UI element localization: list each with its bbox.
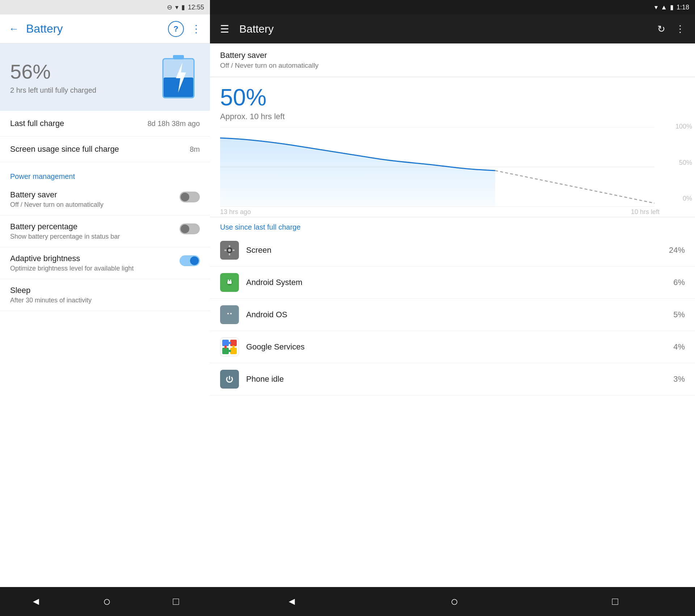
android-system-pct: 6% (673, 278, 685, 287)
adaptive-brightness-item[interactable]: Adaptive brightness Optimize brightness … (0, 247, 210, 279)
nav-bar-left: ◄ ○ □ (0, 587, 210, 616)
battery-chart: 100% 50% 0% (210, 123, 695, 217)
charge-text: 2 hrs left until fully charged (10, 86, 96, 95)
settings-list: Last full charge 8d 18h 38m ago Screen u… (0, 111, 210, 587)
recents-nav-right[interactable]: □ (602, 591, 628, 612)
sleep-item[interactable]: Sleep After 30 minutes of inactivity (0, 279, 210, 311)
last-full-charge-item: Last full charge 8d 18h 38m ago (0, 111, 210, 137)
svg-rect-39 (232, 345, 235, 348)
page-title-right: Battery (239, 23, 650, 35)
toolbar-left: ← Battery ? ⋮ (0, 14, 210, 43)
more-button-right[interactable]: ⋮ (673, 21, 688, 38)
menu-button[interactable]: ☰ (217, 20, 232, 38)
svg-rect-33 (230, 340, 237, 346)
battery-percentage-knob (181, 225, 189, 233)
app-usage-screen[interactable]: Screen 24% (210, 234, 695, 267)
google-pct: 4% (673, 342, 685, 352)
svg-point-25 (230, 313, 232, 314)
battery-saver-desc: Off / Never turn on automatically (10, 201, 104, 209)
svg-rect-28 (227, 317, 228, 319)
svg-rect-37 (228, 350, 231, 352)
battery-approx: Approx. 10 hrs left (220, 112, 685, 121)
wifi-icon-right: ▾ (654, 3, 658, 11)
battery-percentage-left: 56% (10, 60, 96, 83)
left-panel: ⊖ ▾ ▮ 12:55 ← Battery ? ⋮ 56% 2 hrs left… (0, 0, 210, 616)
right-panel: ▾ ▲ ▮ 1:18 ☰ Battery ↻ ⋮ Battery saver O… (210, 0, 695, 616)
adaptive-brightness-name: Adaptive brightness (10, 254, 134, 263)
battery-percentage-display: 50% Approx. 10 hrs left (210, 77, 695, 123)
battery-saver-toggle[interactable] (180, 192, 200, 202)
power-management-title: Power management (10, 172, 75, 180)
svg-rect-36 (228, 342, 231, 344)
android-system-name: Android System (246, 278, 673, 287)
phone-idle-app-icon (220, 370, 239, 389)
battery-saver-item[interactable]: Battery saver Off / Never turn on automa… (0, 184, 210, 215)
phone-idle-name: Phone idle (246, 374, 673, 384)
toolbar-right: ☰ Battery ↻ ⋮ (210, 14, 695, 43)
help-button[interactable]: ? (168, 21, 184, 37)
recents-nav-left[interactable]: □ (163, 591, 189, 612)
back-button[interactable]: ← (6, 20, 22, 38)
battery-percentage-desc: Show battery percentage in status bar (10, 233, 120, 240)
refresh-button[interactable]: ↻ (654, 21, 668, 38)
adaptive-brightness-desc: Optimize brightness level for available … (10, 265, 134, 272)
svg-rect-31 (233, 314, 235, 315)
wifi-icon: ▾ (175, 3, 178, 11)
svg-rect-15 (224, 250, 227, 251)
page-title-left: Battery (26, 22, 164, 35)
more-button[interactable]: ⋮ (188, 20, 204, 38)
back-nav-right[interactable]: ◄ (277, 591, 307, 612)
chart-x-right: 10 hrs left (631, 208, 660, 216)
svg-rect-35 (230, 348, 237, 354)
chart-x-labels: 13 hrs ago 10 hrs left (220, 207, 685, 217)
use-since-title: Use since last full charge (220, 223, 685, 231)
chart-x-left: 13 hrs ago (220, 208, 251, 216)
svg-rect-16 (232, 250, 235, 251)
svg-rect-23 (226, 314, 233, 318)
google-name: Google Services (246, 342, 673, 352)
svg-rect-14 (229, 253, 230, 255)
svg-line-26 (227, 310, 228, 311)
use-since-header: Use since last full charge (210, 217, 695, 234)
status-time-left: 12:55 (188, 4, 204, 11)
app-usage-android-system[interactable]: Android System 6% (210, 267, 695, 299)
screen-app-pct: 24% (669, 246, 685, 255)
app-usage-phone-idle[interactable]: Phone idle 3% (210, 363, 695, 395)
battery-percentage-name: Battery percentage (10, 222, 120, 231)
chart-label-100: 100% (675, 123, 692, 130)
svg-rect-32 (222, 340, 229, 346)
battery-status-icon: ▮ (181, 3, 185, 11)
nav-bar-right: ◄ ○ □ (210, 587, 695, 616)
battery-saver-knob (181, 193, 189, 201)
adaptive-brightness-knob (190, 256, 199, 265)
android-os-name: Android OS (246, 310, 673, 319)
app-usage-google[interactable]: Google Services 4% (210, 331, 695, 363)
battery-pct-right: 50% (220, 86, 685, 109)
power-management-section: Power management (0, 162, 210, 184)
screen-app-name: Screen (246, 246, 669, 255)
svg-point-21 (230, 280, 231, 281)
home-nav-left[interactable]: ○ (93, 590, 121, 613)
battery-saver-name: Battery saver (10, 190, 104, 200)
battery-percentage-toggle[interactable] (180, 223, 200, 234)
app-usage-android-os[interactable]: Android OS 5% (210, 299, 695, 331)
svg-rect-38 (224, 345, 227, 348)
last-full-charge-label: Last full charge (10, 119, 64, 128)
svg-point-12 (228, 249, 231, 252)
home-nav-right[interactable]: ○ (441, 590, 469, 613)
adaptive-brightness-toggle[interactable] (180, 255, 200, 266)
battery-saver-row[interactable]: Battery saver Off / Never turn on automa… (210, 43, 695, 77)
svg-rect-19 (227, 281, 232, 284)
svg-point-20 (228, 280, 229, 281)
screen-app-icon (220, 241, 239, 260)
chart-label-50: 50% (675, 159, 692, 167)
android-system-app-icon (220, 273, 239, 292)
back-nav-left[interactable]: ◄ (21, 591, 51, 612)
svg-rect-29 (231, 317, 232, 319)
svg-rect-34 (222, 348, 229, 354)
phone-idle-pct: 3% (673, 374, 685, 384)
svg-rect-2 (173, 55, 184, 59)
battery-icon-right: ▮ (670, 3, 674, 11)
sleep-name: Sleep (10, 286, 92, 295)
battery-percentage-item[interactable]: Battery percentage Show battery percenta… (0, 215, 210, 247)
